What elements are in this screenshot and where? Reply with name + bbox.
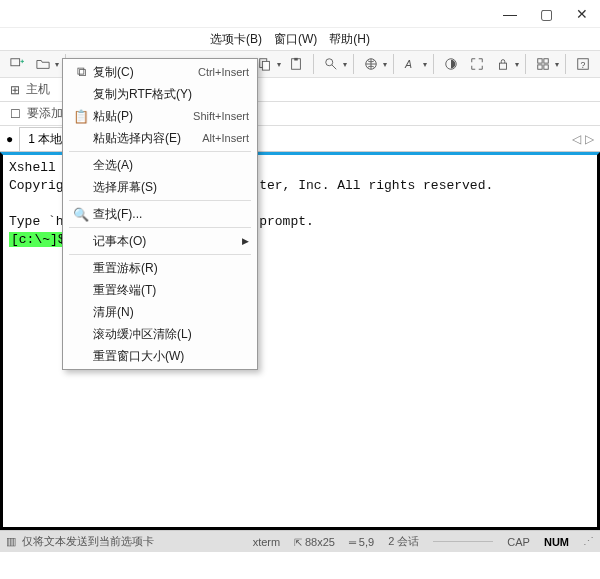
menu-tabs[interactable]: 选项卡(B) xyxy=(210,31,262,48)
font-dropdown-icon[interactable]: ▾ xyxy=(423,60,427,69)
tab-prev-button[interactable]: ◁ xyxy=(572,132,581,146)
menu-clear[interactable]: 清屏(N) xyxy=(65,301,255,323)
open-button[interactable] xyxy=(32,53,54,75)
menu-window[interactable]: 窗口(W) xyxy=(274,31,317,48)
color-button[interactable] xyxy=(440,53,462,75)
terminal-line: ter, Inc. All rights reserved. xyxy=(259,178,493,193)
globe-dropdown-icon[interactable]: ▾ xyxy=(383,60,387,69)
menu-reset-cursor[interactable]: 重置游标(R) xyxy=(65,257,255,279)
status-cap: CAP xyxy=(507,536,530,548)
paste-button[interactable] xyxy=(285,53,307,75)
menu-copy[interactable]: ⧉ 复制(C) Ctrl+Insert xyxy=(65,61,255,83)
bookmark-icon: ☐ xyxy=(10,107,21,121)
help-button[interactable]: ? xyxy=(572,53,594,75)
menu-select-screen[interactable]: 选择屏幕(S) xyxy=(65,176,255,198)
status-sessions: 2 会话 xyxy=(388,534,419,549)
open-dropdown-icon[interactable]: ▾ xyxy=(55,60,59,69)
close-button[interactable]: ✕ xyxy=(564,0,600,28)
status-bar: ▥ 仅将文本发送到当前选项卡 xterm ⇱ 88x25 ═ 5,9 2 会话 … xyxy=(0,530,600,552)
svg-rect-5 xyxy=(294,58,298,61)
svg-rect-14 xyxy=(544,65,548,69)
copy-dropdown-icon[interactable]: ▾ xyxy=(277,60,281,69)
send-mode-label: 仅将文本发送到当前选项卡 xyxy=(22,534,154,549)
paste-icon: 📋 xyxy=(71,109,91,124)
status-term: xterm xyxy=(253,536,281,548)
copy-icon: ⧉ xyxy=(71,64,91,80)
lock-dropdown-icon[interactable]: ▾ xyxy=(515,60,519,69)
terminal-line: prompt. xyxy=(259,214,314,229)
bullet-icon: ● xyxy=(6,132,13,146)
svg-rect-13 xyxy=(538,65,542,69)
favorites-hint: 要添加 xyxy=(27,105,63,122)
svg-rect-11 xyxy=(538,59,542,63)
context-menu: ⧉ 复制(C) Ctrl+Insert 复制为RTF格式(Y) 📋 粘贴(P) … xyxy=(62,58,258,370)
svg-text:?: ? xyxy=(580,60,585,70)
status-num: NUM xyxy=(544,536,569,548)
svg-rect-0 xyxy=(11,59,20,66)
sessions-dropdown-icon[interactable]: ▾ xyxy=(555,60,559,69)
menu-help[interactable]: 帮助(H) xyxy=(329,31,370,48)
menu-find[interactable]: 🔍 查找(F)... xyxy=(65,203,255,225)
find-dropdown-icon[interactable]: ▾ xyxy=(343,60,347,69)
font-button[interactable]: A xyxy=(400,53,422,75)
window-titlebar: — ▢ ✕ xyxy=(0,0,600,28)
svg-rect-12 xyxy=(544,59,548,63)
svg-point-6 xyxy=(326,59,333,66)
fullscreen-button[interactable] xyxy=(466,53,488,75)
new-tab-button[interactable] xyxy=(6,53,28,75)
lock-button[interactable] xyxy=(492,53,514,75)
menu-notepad[interactable]: 记事本(O) xyxy=(65,230,255,252)
search-icon: 🔍 xyxy=(71,207,91,222)
status-cursor: ═ 5,9 xyxy=(349,536,374,548)
svg-text:A: A xyxy=(404,58,412,70)
tab-next-button[interactable]: ▷ xyxy=(585,132,594,146)
maximize-button[interactable]: ▢ xyxy=(528,0,564,28)
terminal-prompt: [c:\~]$ xyxy=(9,232,68,247)
find-button[interactable] xyxy=(320,53,342,75)
menu-reset-terminal[interactable]: 重置终端(T) xyxy=(65,279,255,301)
menu-copy-rtf[interactable]: 复制为RTF格式(Y) xyxy=(65,83,255,105)
menu-paste[interactable]: 📋 粘贴(P) Shift+Insert xyxy=(65,105,255,127)
menu-reset-window-size[interactable]: 重置窗口大小(W) xyxy=(65,345,255,367)
svg-rect-10 xyxy=(500,63,507,69)
minimize-button[interactable]: — xyxy=(492,0,528,28)
menu-scroll-clear[interactable]: 滚动缓冲区清除(L) xyxy=(65,323,255,345)
host-label: 主机 xyxy=(26,81,50,98)
menu-select-all[interactable]: 全选(A) xyxy=(65,154,255,176)
status-separator xyxy=(433,541,493,542)
sessions-button[interactable] xyxy=(532,53,554,75)
menu-paste-selection[interactable]: 粘贴选择内容(E) Alt+Insert xyxy=(65,127,255,149)
svg-rect-3 xyxy=(262,61,269,70)
status-size: ⇱ 88x25 xyxy=(294,536,335,548)
host-icon: ⊞ xyxy=(10,83,20,97)
menubar: 选项卡(B) 窗口(W) 帮助(H) xyxy=(0,28,600,50)
send-mode-icon[interactable]: ▥ xyxy=(6,535,16,548)
globe-button[interactable] xyxy=(360,53,382,75)
resize-grip-icon[interactable]: ⋰ xyxy=(583,535,594,548)
